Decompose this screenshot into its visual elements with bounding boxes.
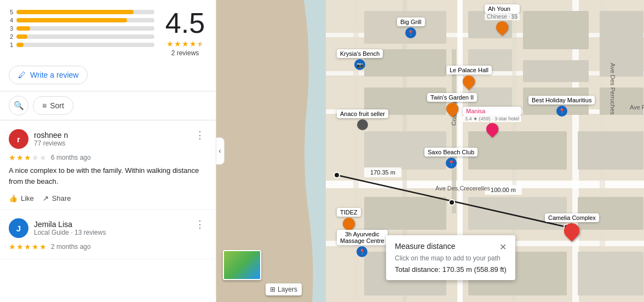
measure-popup-close-button[interactable]: ✕ — [499, 242, 507, 252]
more-options-button-2[interactable]: ⋮ — [193, 218, 207, 230]
review-header-1: r roshnee n 77 reviews ⋮ — [9, 129, 207, 149]
svg-line-33 — [337, 175, 567, 227]
search-sort-bar: 🔍 ≡ Sort — [0, 91, 216, 120]
bar-track-5 — [16, 10, 154, 14]
more-options-button-1[interactable]: ⋮ — [193, 129, 207, 141]
rev2-star3: ★ — [24, 242, 31, 251]
reviews-list: r roshnee n 77 reviews ⋮ ★ ★ ★ ★ ★ 6 mon… — [0, 120, 216, 259]
svg-rect-1 — [326, 181, 644, 188]
svg-text:Ave Des,Crecerelles: Ave Des,Crecerelles — [435, 185, 491, 191]
sort-button[interactable]: ≡ Sort — [33, 96, 73, 115]
rating-bars: 5 4 3 2 1 — [9, 9, 154, 50]
like-icon-1: 👍 — [9, 194, 18, 202]
measure-distance-amount: 170.35 m (558.89 ft) — [442, 265, 507, 274]
bar-fill-3 — [16, 26, 30, 31]
svg-rect-11 — [600, 0, 605, 302]
marker-big-grill[interactable]: Big Grill 📍 — [397, 18, 425, 38]
marker-anaco[interactable]: Anaco fruit seller — [337, 109, 388, 130]
svg-point-34 — [334, 172, 340, 178]
review-header-2: J Jemila Lisa Local Guide · 13 reviews ⋮ — [9, 218, 207, 238]
star-2: ★ — [174, 39, 181, 48]
reviewer-info-2: J Jemila Lisa Local Guide · 13 reviews — [9, 218, 106, 238]
marker-tidez[interactable]: TIDEZ — [337, 208, 361, 230]
rev2-star5: ★ — [39, 242, 47, 251]
marker-manisa[interactable]: Manisa 3.4 ★ (459) · 3-star hotel — [463, 107, 521, 135]
avatar-1: r — [9, 129, 28, 149]
big-rating: 4.5 ★ ★ ★ ★ ★ ★ 2 reviews — [163, 9, 207, 57]
svg-text:Ave Pailles: Ave Pailles — [630, 104, 644, 111]
rating-summary: 5 4 3 2 1 4.5 — [0, 0, 216, 61]
svg-point-35 — [449, 200, 455, 205]
reviews-panel: 5 4 3 2 1 4.5 — [0, 0, 216, 302]
write-review-button[interactable]: 🖊 Write a review — [9, 66, 88, 84]
map-thumbnail[interactable] — [223, 250, 261, 280]
review-time-2: 2 months ago — [51, 243, 91, 251]
svg-rect-26 — [578, 131, 643, 170]
rev1-star5: ★ — [39, 153, 47, 162]
reviewer-meta-1: 77 reviews — [34, 140, 68, 147]
svg-text:100.00 m: 100.00 m — [491, 187, 516, 193]
bar-row-1: 1 — [9, 42, 154, 48]
bar-track-3 — [16, 26, 154, 31]
bar-fill-4 — [16, 18, 127, 22]
svg-text:170.35 m: 170.35 m — [370, 169, 395, 176]
map-section[interactable]: ‹ — [216, 0, 644, 302]
marker-ah-youn[interactable]: Ah Youn Chinese · $$ — [485, 4, 520, 33]
svg-rect-39 — [485, 185, 522, 195]
rev1-star2: ★ — [16, 153, 24, 162]
like-label-1: Like — [21, 194, 34, 202]
collapse-panel-button[interactable]: ‹ — [216, 137, 225, 165]
review-count: 2 reviews — [163, 49, 207, 57]
rating-stars: ★ ★ ★ ★ ★ ★ — [163, 39, 207, 48]
measure-popup-header: Measure distance ✕ — [395, 242, 507, 252]
svg-rect-22 — [600, 11, 643, 77]
bar-fill-1 — [16, 43, 24, 47]
svg-rect-5 — [326, 33, 644, 37]
bar-label-1: 1 — [9, 42, 13, 48]
share-label-1: Share — [52, 194, 71, 202]
review-item-1: r roshnee n 77 reviews ⋮ ★ ★ ★ ★ ★ 6 mon… — [0, 120, 216, 210]
rev1-star1: ★ — [9, 153, 16, 162]
layers-label: Layers — [278, 286, 297, 293]
bar-row-2: 2 — [9, 33, 154, 40]
svg-rect-32 — [578, 252, 643, 295]
sort-icon: ≡ — [42, 101, 47, 110]
measure-distance-value: Total distance: 170.35 m (558.89 ft) — [395, 265, 507, 274]
svg-rect-18 — [523, 60, 589, 82]
reviewer-details-2: Jemila Lisa Local Guide · 13 reviews — [34, 220, 106, 236]
like-button-1[interactable]: 👍 Like — [9, 192, 34, 205]
rev2-star2: ★ — [16, 242, 24, 251]
bar-fill-2 — [16, 34, 27, 39]
review-stars-1: ★ ★ ★ ★ ★ — [9, 153, 47, 162]
search-button[interactable]: 🔍 — [9, 96, 28, 115]
review-actions-1: 👍 Like ↗ Share — [9, 192, 207, 205]
marker-ayurvedic[interactable]: 3h AyurvedicMassage Centre 📍 — [337, 230, 388, 257]
marker-krysias-bench[interactable]: Krysia's Bench 📷 — [337, 49, 383, 70]
review-time-1: 6 months ago — [51, 154, 91, 161]
svg-rect-16 — [523, 11, 589, 49]
review-item-2: J Jemila Lisa Local Guide · 13 reviews ⋮… — [0, 210, 216, 259]
rev2-star4: ★ — [32, 242, 39, 251]
star-4: ★ — [189, 39, 197, 48]
svg-rect-25 — [468, 131, 567, 170]
svg-rect-27 — [364, 197, 446, 230]
marker-camelia-complex[interactable]: Camelia Complex — [545, 213, 599, 239]
marker-best-holiday[interactable]: Best Holiday Mauritius 📍 — [528, 96, 595, 117]
review-stars-time-2: ★ ★ ★ ★ ★ 2 months ago — [9, 242, 207, 251]
bar-row-3: 3 — [9, 25, 154, 32]
map-background[interactable]: ‹ — [216, 0, 644, 302]
marker-le-palace-hall[interactable]: Le Palace Hall — [446, 66, 492, 88]
rev2-star1: ★ — [9, 242, 16, 251]
review-stars-2: ★ ★ ★ ★ ★ — [9, 242, 47, 251]
marker-saxo-beach[interactable]: Saxo Beach Club 📍 — [424, 148, 478, 169]
rating-number: 4.5 — [163, 9, 207, 37]
layers-button[interactable]: ⊞ Layers — [266, 283, 302, 295]
measure-distance-label: Total distance: — [395, 265, 440, 274]
reviewer-info-1: r roshnee n 77 reviews — [9, 129, 68, 149]
search-icon: 🔍 — [14, 101, 24, 111]
bar-track-2 — [16, 34, 154, 39]
bar-label-2: 2 — [9, 33, 13, 40]
rev1-star4: ★ — [32, 153, 39, 162]
write-review-label: Write a review — [30, 71, 78, 79]
share-button-1[interactable]: ↗ Share — [43, 192, 71, 205]
